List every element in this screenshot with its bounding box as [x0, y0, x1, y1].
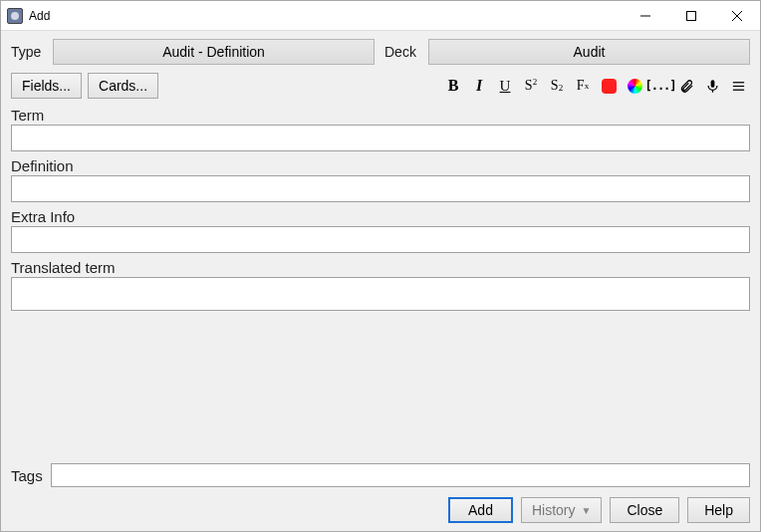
translated-term-input[interactable]: [11, 277, 750, 311]
tags-input[interactable]: [51, 463, 750, 487]
dropdown-icon: ▼: [582, 505, 592, 516]
underline-button[interactable]: U: [495, 76, 515, 96]
type-deck-row: Type Audit - Definition Deck Audit: [11, 39, 750, 65]
close-button[interactable]: Close: [610, 497, 679, 523]
field-definition: Definition: [11, 157, 750, 202]
subscript-button[interactable]: S2: [547, 76, 567, 96]
record-button[interactable]: [702, 76, 722, 96]
app-icon: [7, 8, 23, 24]
bottom-buttons: Add History▼ Close Help: [11, 497, 750, 523]
window-title: Add: [29, 9, 50, 23]
add-window: Add Type Audit - Definition Deck Audit F…: [0, 0, 761, 532]
field-label: Term: [11, 107, 750, 124]
text-color-button[interactable]: [599, 76, 619, 96]
add-button[interactable]: Add: [448, 497, 513, 523]
paperclip-icon: [679, 79, 694, 94]
maximize-button[interactable]: [668, 1, 714, 30]
attach-button[interactable]: [676, 76, 696, 96]
field-extra-info: Extra Info: [11, 208, 750, 253]
menu-icon: [731, 79, 746, 94]
titlebar: Add: [1, 1, 760, 31]
minimize-button[interactable]: [623, 1, 668, 30]
bold-button[interactable]: B: [443, 76, 463, 96]
type-label: Type: [11, 44, 47, 60]
clear-format-button[interactable]: Fx: [573, 76, 593, 96]
tags-row: Tags: [11, 463, 750, 487]
help-button[interactable]: Help: [687, 497, 750, 523]
field-term: Term: [11, 107, 750, 151]
deck-selector[interactable]: Audit: [428, 39, 750, 65]
tags-label: Tags: [11, 467, 43, 484]
format-toolbar: B I U S2 S2 Fx [...]: [443, 76, 750, 96]
field-label: Translated term: [11, 259, 750, 276]
fields-area: Term Definition Extra Info Translated te…: [11, 107, 750, 311]
definition-input[interactable]: [11, 175, 750, 202]
close-window-button[interactable]: [714, 1, 760, 30]
svg-point-0: [11, 12, 19, 20]
color-picker-button[interactable]: [625, 76, 644, 96]
microphone-icon: [705, 79, 720, 94]
italic-button[interactable]: I: [469, 76, 489, 96]
cloze-button[interactable]: [...]: [650, 76, 670, 96]
content-area: Type Audit - Definition Deck Audit Field…: [1, 31, 760, 531]
rainbow-icon: [628, 79, 642, 94]
field-label: Definition: [11, 157, 750, 174]
field-label: Extra Info: [11, 208, 750, 225]
more-button[interactable]: [728, 76, 748, 96]
history-button[interactable]: History▼: [521, 497, 602, 523]
superscript-button[interactable]: S2: [521, 76, 541, 96]
term-input[interactable]: [11, 125, 750, 151]
window-controls: [623, 1, 760, 30]
field-translated-term: Translated term: [11, 259, 750, 311]
red-color-icon: [602, 79, 617, 94]
svg-rect-2: [687, 11, 696, 20]
svg-rect-5: [710, 80, 714, 88]
extra-info-input[interactable]: [11, 226, 750, 253]
cards-button[interactable]: Cards...: [88, 73, 158, 99]
fields-button[interactable]: Fields...: [11, 73, 82, 99]
toolbar-row: Fields... Cards... B I U S2 S2 Fx [...]: [11, 73, 750, 99]
type-selector[interactable]: Audit - Definition: [53, 39, 375, 65]
deck-label: Deck: [384, 44, 422, 60]
